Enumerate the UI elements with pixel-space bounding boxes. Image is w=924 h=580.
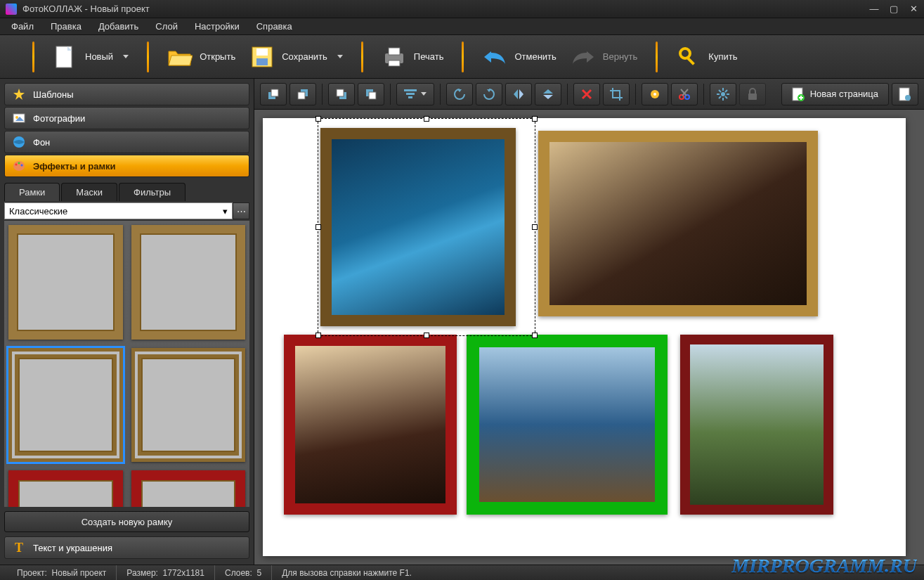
undo-button[interactable]: Отменить — [475, 40, 563, 74]
dropdown-icon — [123, 55, 129, 58]
crop-button[interactable] — [603, 83, 630, 105]
open-button[interactable]: Открыть — [160, 40, 242, 74]
flip-horizontal-button[interactable] — [505, 83, 532, 105]
svg-line-45 — [719, 90, 721, 92]
page-settings-button[interactable] — [892, 83, 918, 105]
create-frame-button[interactable]: Создать новую рамку — [4, 511, 249, 532]
svg-rect-28 — [406, 93, 415, 95]
svg-line-48 — [719, 96, 721, 98]
tab-filters[interactable]: Фильтры — [119, 183, 186, 201]
save-button[interactable]: Сохранить — [242, 40, 350, 74]
svg-rect-24 — [337, 89, 344, 96]
align-button[interactable] — [396, 83, 434, 105]
svg-marker-10 — [13, 89, 25, 100]
frame-category-select[interactable]: Классические ▾ — [4, 202, 233, 219]
rotate-right-button[interactable] — [476, 83, 502, 105]
canvas-toolbar: Новая страница — [254, 79, 924, 110]
magic-button[interactable] — [642, 83, 668, 105]
tab-masks[interactable]: Маски — [61, 183, 117, 201]
svg-marker-34 — [543, 89, 553, 94]
delete-button[interactable] — [573, 83, 600, 105]
new-file-icon — [53, 44, 78, 70]
layer-up-button[interactable] — [289, 83, 316, 105]
settings-button[interactable] — [710, 83, 736, 105]
svg-marker-35 — [543, 95, 553, 99]
key-icon — [676, 44, 701, 70]
text-icon: T — [12, 541, 26, 555]
window-title: ФотоКОЛЛАЖ - Новый проект — [22, 4, 864, 14]
svg-marker-30 — [457, 89, 462, 92]
status-layers-label: Слоев: — [225, 568, 252, 578]
status-size-label: Размер: — [126, 568, 158, 578]
layer-down-button[interactable] — [358, 83, 384, 105]
print-button[interactable]: Печать — [375, 40, 451, 74]
canvas[interactable] — [263, 118, 906, 556]
flip-vertical-button[interactable] — [535, 83, 561, 105]
frame-thumb[interactable] — [8, 348, 123, 463]
minimize-button[interactable]: — — [869, 4, 879, 14]
frame-category-more-button[interactable]: ⋯ — [233, 202, 249, 219]
svg-line-46 — [725, 96, 727, 98]
close-button[interactable]: ✕ — [909, 4, 918, 14]
tab-frames[interactable]: Рамки — [4, 183, 60, 201]
menu-file[interactable]: Файл — [4, 20, 41, 33]
svg-rect-9 — [687, 56, 696, 65]
new-page-button[interactable]: Новая страница — [781, 83, 889, 105]
status-project-value: Новый проект — [52, 568, 107, 578]
menu-layer[interactable]: Слой — [148, 20, 185, 33]
layer-back-button[interactable] — [328, 83, 355, 105]
lock-button[interactable] — [739, 83, 766, 105]
printer-icon — [382, 44, 407, 70]
svg-marker-33 — [519, 89, 523, 99]
collage-photo[interactable] — [467, 335, 668, 515]
frame-thumb[interactable] — [131, 470, 246, 507]
main-toolbar: Новый Открыть Сохранить Печать Отменить … — [0, 35, 924, 79]
selection-box[interactable] — [318, 118, 535, 336]
rotate-left-button[interactable] — [446, 83, 473, 105]
status-layers-value: 5 — [257, 568, 262, 578]
right-panel: Новая страница — [254, 79, 924, 565]
photo-icon — [12, 111, 26, 125]
menu-settings[interactable]: Настройки — [188, 20, 247, 33]
save-icon — [249, 44, 275, 70]
svg-point-37 — [653, 93, 656, 96]
menu-edit[interactable]: Правка — [44, 20, 89, 33]
sidebar-photos[interactable]: Фотографии — [4, 107, 249, 129]
status-help-hint: Для вызова справки нажмите F1. — [282, 568, 412, 578]
status-size-value: 1772x1181 — [163, 568, 204, 578]
svg-rect-49 — [748, 94, 757, 100]
frame-thumb[interactable] — [131, 225, 246, 340]
svg-point-12 — [15, 116, 18, 119]
cut-button[interactable] — [671, 83, 698, 105]
svg-point-53 — [905, 95, 911, 101]
chevron-down-icon: ▾ — [223, 206, 228, 217]
buy-button[interactable]: Купить — [669, 40, 744, 74]
collage-photo[interactable] — [284, 335, 457, 515]
svg-point-8 — [680, 49, 690, 58]
maximize-button[interactable]: ▢ — [889, 4, 899, 14]
redo-icon — [571, 44, 596, 70]
svg-marker-32 — [514, 89, 518, 99]
menu-add[interactable]: Добавить — [91, 20, 145, 33]
sidebar-effects[interactable]: Эффекты и рамки — [4, 155, 249, 177]
layer-front-button[interactable] — [260, 83, 287, 105]
watermark: MIRPROGRAMM.RU — [731, 555, 917, 577]
page-add-icon — [792, 87, 805, 101]
frame-thumb[interactable] — [8, 225, 123, 340]
svg-point-18 — [21, 165, 23, 167]
app-icon — [6, 4, 17, 15]
menu-bar: Файл Правка Добавить Слой Настройки Спра… — [0, 18, 924, 35]
sidebar-templates[interactable]: Шаблоны — [4, 83, 249, 105]
frame-thumbnails — [4, 221, 249, 507]
palette-icon — [12, 159, 26, 173]
redo-button[interactable]: Вернуть — [564, 40, 645, 74]
title-bar: ФотоКОЛЛАЖ - Новый проект — ▢ ✕ — [0, 0, 924, 18]
frame-thumb[interactable] — [131, 348, 246, 463]
collage-photo[interactable] — [538, 131, 818, 316]
sidebar-text[interactable]: T Текст и украшения — [4, 536, 249, 559]
menu-help[interactable]: Справка — [249, 20, 299, 33]
sidebar-background[interactable]: Фон — [4, 131, 249, 153]
frame-thumb[interactable] — [8, 470, 123, 507]
new-button[interactable]: Новый — [46, 40, 136, 74]
collage-photo[interactable] — [680, 335, 833, 515]
